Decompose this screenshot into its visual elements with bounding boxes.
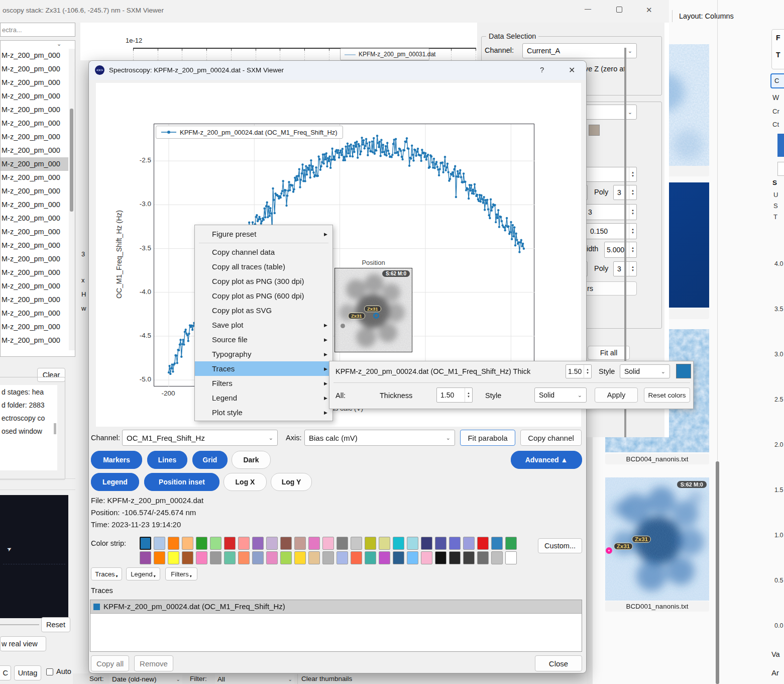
reset-button[interactable]: Reset [41, 617, 70, 632]
color-swatch[interactable] [308, 551, 320, 564]
list-item[interactable]: M-z_200_pm_000 [1, 334, 68, 347]
color-swatch[interactable] [294, 551, 306, 564]
width-spinbox[interactable]: 5.000▲▼ [604, 242, 637, 258]
color-swatch[interactable] [337, 537, 348, 550]
list-item[interactable]: M-z_200_pm_000 [1, 320, 68, 334]
color-swatch[interactable] [280, 537, 292, 550]
color-swatch[interactable] [154, 551, 165, 564]
color-swatch[interactable] [238, 537, 250, 550]
color-swatch[interactable] [168, 537, 179, 550]
color-swatch[interactable] [308, 537, 320, 550]
color-swatch-tan[interactable] [589, 125, 600, 136]
thumbnail-image[interactable]: S:62 M:0 Zx31 Zx31 [605, 477, 709, 601]
list-item[interactable]: M-z_200_pm_000 [1, 171, 68, 184]
sort-chevron-icon[interactable]: ⌄ [57, 41, 61, 47]
list-item[interactable]: M-z_200_pm_000 [1, 252, 68, 266]
color-swatch[interactable] [379, 551, 390, 564]
color-swatch[interactable] [435, 537, 446, 550]
menu-item-plot-style[interactable]: Plot style▶ [195, 405, 332, 420]
trace-thickness-spinbox[interactable]: 1.50▲▼ [566, 364, 592, 378]
color-swatch[interactable] [196, 537, 207, 550]
menu-item-filters[interactable]: Filters▶ [195, 376, 332, 390]
color-swatch[interactable] [182, 537, 193, 550]
color-swatch[interactable] [435, 551, 446, 564]
list-item[interactable]: M-z_200_pm_000 [1, 49, 68, 62]
log-scrollbar[interactable] [54, 423, 56, 434]
real-view-button[interactable]: w real view [0, 636, 46, 651]
color-swatch[interactable] [210, 537, 221, 550]
thumbnail-caption[interactable]: BCD001_nanonis.txt [605, 601, 709, 612]
fit-all-button[interactable]: Fit all [588, 346, 630, 360]
color-swatch[interactable] [337, 551, 348, 564]
color-swatch[interactable] [393, 551, 404, 564]
list-item[interactable]: M-z_200_pm_000 [1, 307, 68, 320]
color-swatch[interactable] [393, 537, 404, 550]
menu-item-copy-plot-as-png-600-dpi-[interactable]: Copy plot as PNG (600 dpi) [195, 288, 332, 303]
list-scrollbar-thumb[interactable] [70, 109, 73, 212]
trace-style-select[interactable]: Solid⌄ [620, 364, 670, 378]
menu-item-copy-channel-data[interactable]: Copy channel data [195, 245, 332, 259]
menu-item-copy-plot-as-png-300-dpi-[interactable]: Copy plot as PNG (300 dpi) [195, 274, 332, 288]
color-swatch[interactable] [252, 551, 264, 564]
traces-list[interactable]: KPFM-z_200_pm_00024.dat (OC_M1_Freq_Shif… [90, 600, 582, 652]
legend-menu-button[interactable]: Legend▾ [126, 567, 160, 580]
menu-item-source-file[interactable]: Source file▶ [195, 332, 332, 347]
maximize-icon[interactable] [616, 7, 622, 13]
color-swatch[interactable] [252, 537, 264, 550]
untag-button[interactable]: Untag [14, 665, 41, 680]
color-swatch[interactable] [407, 537, 418, 550]
color-swatch[interactable] [224, 537, 236, 550]
preview-image-dark[interactable]: ➤ [0, 495, 68, 618]
color-swatch[interactable] [421, 551, 432, 564]
main-window-titlebar[interactable]: oscopy stack: Zx31 (-106.6, -245.7) nm -… [0, 0, 669, 23]
marker-tag[interactable]: Zx31 [614, 543, 633, 550]
menu-item-traces[interactable]: Traces▶ [195, 361, 332, 376]
custom-color-button[interactable]: Custom... [538, 538, 582, 553]
search-input[interactable]: ectra... [0, 23, 75, 37]
color-swatch[interactable] [505, 537, 517, 550]
close-button[interactable]: Close [535, 655, 582, 671]
color-swatch[interactable] [238, 551, 250, 564]
reset-colors-button[interactable]: Reset colors [644, 387, 690, 403]
menu-item-copy-plot-as-svg[interactable]: Copy plot as SVG [195, 303, 332, 318]
menu-item-figure-preset[interactable]: Figure preset▶ [195, 227, 332, 241]
edge-button[interactable]: C [770, 73, 784, 88]
color-swatch[interactable] [168, 551, 179, 564]
channel-select[interactable]: Current_A⌄ [522, 43, 637, 58]
color-swatch[interactable] [182, 551, 193, 564]
color-swatch[interactable] [477, 537, 489, 550]
clear-thumbnails-button[interactable]: Clear thumbnails [301, 675, 352, 682]
scrollbar[interactable] [716, 461, 719, 684]
spinbox[interactable]: 3▲▼ [584, 204, 637, 220]
list-item[interactable]: M-z_200_pm_000 [1, 130, 68, 144]
layout-columns-label[interactable]: Layout: Columns [679, 12, 734, 20]
color-swatch[interactable] [407, 551, 418, 564]
menu-item-legend[interactable]: Legend▶ [195, 390, 332, 405]
list-item[interactable]: M-z_200_pm_000 [1, 279, 68, 293]
color-swatch[interactable] [351, 551, 362, 564]
color-swatch[interactable] [294, 537, 306, 550]
auto-checkbox[interactable] [46, 668, 53, 675]
stub-button[interactable]: C [0, 665, 11, 680]
color-swatch[interactable] [463, 537, 475, 550]
filters-menu-button[interactable]: Filters▾ [165, 567, 197, 580]
apply-button[interactable]: Apply [595, 387, 638, 403]
color-swatch[interactable] [463, 551, 475, 564]
filter-select[interactable]: All ⌄ [215, 674, 294, 684]
all-thickness-spinbox[interactable]: 1.50▲▼ [436, 387, 473, 403]
color-swatch[interactable] [351, 537, 362, 550]
list-item[interactable]: M-z_200_pm_000 [1, 103, 68, 117]
color-swatch[interactable] [266, 537, 278, 550]
list-item[interactable]: M-z_200_pm_000 [1, 239, 68, 252]
color-swatch[interactable] [140, 551, 151, 564]
thumbnail-caption[interactable]: BCD004_nanonis.txt [605, 454, 709, 464]
minimize-icon[interactable]: — [585, 5, 591, 13]
list-item[interactable]: M-z_200_pm_000 [1, 184, 68, 198]
close-icon[interactable]: ✕ [646, 6, 652, 15]
list-item[interactable]: M-z_200_pm_000 [1, 117, 68, 130]
color-swatch[interactable] [322, 551, 334, 564]
color-swatch[interactable] [365, 537, 376, 550]
menu-item-typography[interactable]: Typography▶ [195, 347, 332, 361]
list-item[interactable]: M-z_200_pm_000 [1, 157, 68, 171]
color-swatch[interactable] [140, 537, 151, 550]
